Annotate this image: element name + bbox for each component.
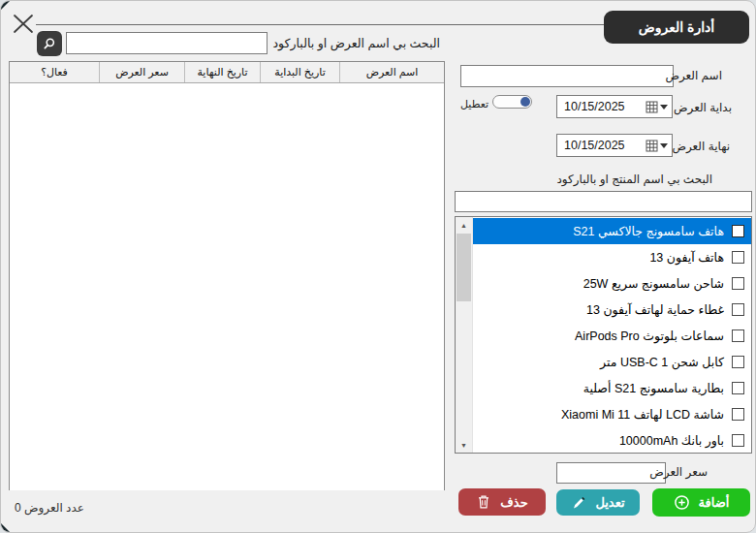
product-label: شاحن سامسونج سريع 25W: [583, 276, 724, 291]
calendar-icon: [646, 140, 658, 152]
start-date-picker[interactable]: 10/15/2025: [556, 95, 673, 118]
product-label: كابل شحن USB-C 1 متر: [600, 355, 724, 369]
delete-button[interactable]: حذف: [458, 488, 546, 516]
end-date-value: 10/15/2025: [557, 139, 646, 152]
end-date-label: نهاية العرض: [672, 140, 730, 153]
vertical-scrollbar[interactable]: ▲ ▼: [456, 217, 473, 453]
product-label: بطارية سامسونج S21 أصلية: [583, 381, 724, 395]
toggle-knob: [520, 97, 530, 107]
list-item[interactable]: هاتف آيفون 13: [473, 244, 751, 270]
dropdown-arrow-icon: [660, 143, 668, 148]
list-item[interactable]: باور بانك 10000mAh: [473, 427, 751, 454]
list-item[interactable]: غطاء حماية لهاتف آيفون 13: [473, 297, 751, 323]
add-button[interactable]: أضافة: [652, 488, 750, 517]
disable-toggle-label: تعطيل: [460, 98, 488, 110]
product-checkbox[interactable]: [732, 225, 744, 237]
plus-circle-icon: [674, 494, 690, 511]
column-header-offer-name[interactable]: اسم العرض: [340, 62, 444, 82]
list-item[interactable]: شاحن سامسونج سريع 25W: [473, 270, 751, 297]
table-header-row: اسم العرض تاريخ البداية تاريخ النهاية سع…: [10, 62, 444, 83]
scrollbar-thumb[interactable]: [457, 234, 471, 301]
edit-button[interactable]: تعديل: [556, 489, 640, 516]
product-search-label: البحث بي اسم المنتج او بالباركود: [556, 172, 712, 186]
magnifier-icon: [43, 35, 56, 52]
delete-button-label: حذف: [500, 495, 527, 510]
calendar-icon: [646, 101, 658, 113]
offer-name-input[interactable]: [460, 65, 674, 87]
dropdown-arrow-icon: [660, 105, 668, 110]
column-header-active[interactable]: فعال؟: [10, 62, 100, 82]
list-item[interactable]: هاتف سامسونج جالاكسي S21: [473, 218, 751, 244]
column-header-start-date[interactable]: تاريخ البداية: [261, 62, 340, 82]
offers-management-window: أدارة العروض البحث بي اسم العرض او بالبا…: [0, 0, 756, 533]
product-label: هاتف سامسونج جالاكسي S21: [573, 224, 724, 238]
product-label: هاتف آيفون 13: [649, 250, 724, 265]
start-date-value: 10/15/2025: [557, 100, 646, 113]
product-label: باور بانك 10000mAh: [619, 433, 724, 448]
disable-toggle[interactable]: [492, 95, 532, 109]
trash-icon: [476, 494, 491, 510]
product-checkbox[interactable]: [732, 277, 744, 290]
product-label: سماعات بلوتوث AirPods Pro: [575, 329, 724, 343]
offers-table: اسم العرض تاريخ البداية تاريخ النهاية سع…: [9, 61, 445, 490]
product-checkbox[interactable]: [732, 329, 744, 342]
product-checkbox[interactable]: [732, 408, 744, 421]
bottom-left-corner-accent: [1, 523, 10, 532]
product-checkbox[interactable]: [732, 434, 744, 447]
pencil-icon: [571, 495, 586, 511]
product-label: شاشة LCD لهاتف Xiaomi Mi 11: [561, 407, 724, 422]
edit-button-label: تعديل: [595, 495, 624, 510]
scroll-up-icon[interactable]: ▲: [456, 217, 472, 233]
column-header-price[interactable]: سعر العرض: [100, 62, 185, 82]
list-item[interactable]: بطارية سامسونج S21 أصلية: [473, 375, 751, 401]
offer-name-label: اسم العرض: [665, 69, 722, 82]
product-checkbox[interactable]: [732, 382, 744, 394]
product-rows: هاتف سامسونج جالاكسي S21 هاتف آيفون 13 ش…: [473, 218, 751, 454]
top-left-corner-accent: [1, 1, 10, 10]
list-item[interactable]: كابل شحن USB-C 1 متر: [473, 349, 751, 375]
product-checkbox[interactable]: [732, 303, 744, 316]
products-listbox: ▲ ▼ هاتف سامسونج جالاكسي S21 هاتف آيفون …: [455, 216, 752, 454]
search-button[interactable]: [37, 31, 62, 56]
product-checkbox[interactable]: [732, 356, 744, 368]
product-label: غطاء حماية لهاتف آيفون 13: [586, 302, 724, 317]
list-item[interactable]: شاشة LCD لهاتف Xiaomi Mi 11: [473, 401, 751, 427]
groupbox-divider: [36, 24, 604, 25]
column-header-end-date[interactable]: تاريخ النهاية: [185, 62, 261, 82]
table-body-empty: [10, 83, 444, 490]
end-date-picker[interactable]: 10/15/2025: [556, 134, 673, 157]
product-search-input[interactable]: [455, 191, 752, 212]
product-checkbox[interactable]: [732, 251, 744, 264]
add-button-label: أضافة: [699, 495, 730, 510]
start-date-label: بداية العرض: [674, 101, 732, 114]
search-label: البحث بي اسم العرض او بالباركود: [273, 36, 440, 50]
offers-count-label: عدد العروض 0: [15, 501, 84, 515]
close-icon[interactable]: [12, 12, 35, 35]
offer-price-label: سعر العرض: [649, 465, 708, 479]
scroll-down-icon[interactable]: ▼: [456, 437, 472, 453]
list-item[interactable]: سماعات بلوتوث AirPods Pro: [473, 323, 751, 349]
search-input[interactable]: [66, 32, 268, 54]
page-title: أدارة العروض: [604, 11, 749, 44]
